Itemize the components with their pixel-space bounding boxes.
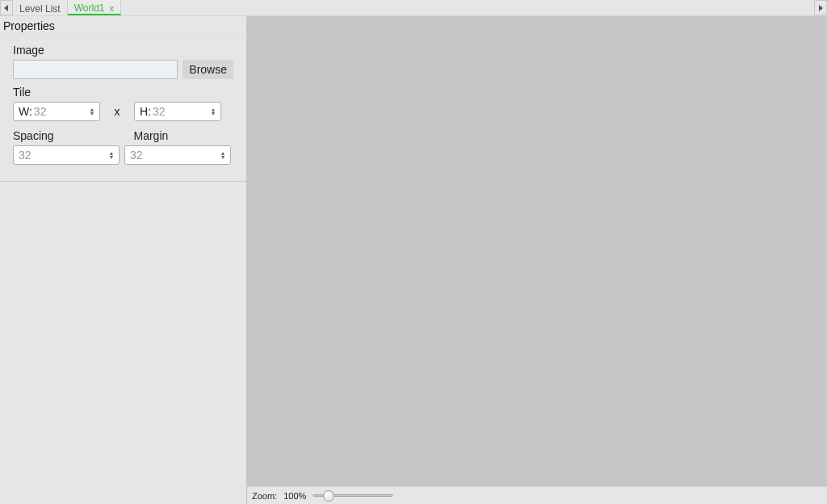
tile-height-value: 32	[153, 105, 209, 118]
spacing-label: Spacing	[13, 129, 113, 142]
zoom-slider[interactable]	[313, 494, 393, 497]
tab-world1[interactable]: World1 x	[68, 0, 121, 15]
properties-panel-title: Properties	[0, 16, 246, 36]
spacing-stepper[interactable]: 32 ▲▼	[13, 145, 120, 165]
tile-width-value: 32	[34, 105, 88, 118]
svg-marker-0	[4, 5, 8, 11]
image-path-input[interactable]	[13, 60, 178, 79]
spacing-value: 32	[19, 149, 107, 162]
stepper-arrows-icon: ▲▼	[107, 151, 115, 159]
tile-height-stepper[interactable]: H: 32 ▲▼	[134, 102, 221, 121]
tab-label: World1	[74, 2, 105, 14]
sidebar: Properties Image Browse Tile W: 32 ▲▼ x …	[0, 16, 246, 504]
spacing-margin-row: 32 ▲▼ 32 ▲▼	[13, 145, 233, 165]
main-area: Properties Image Browse Tile W: 32 ▲▼ x …	[0, 16, 827, 504]
image-row: Browse	[13, 60, 233, 79]
properties-panel: Image Browse Tile W: 32 ▲▼ x H: 32 ▲▼	[0, 36, 246, 182]
tab-level-list[interactable]: Level List	[13, 0, 68, 15]
tile-width-prefix: W:	[19, 105, 32, 118]
canvas-column: Zoom:100%	[246, 16, 827, 504]
tile-label: Tile	[13, 86, 233, 99]
chevron-left-icon	[4, 5, 9, 11]
svg-marker-1	[819, 5, 823, 11]
tab-scroll-left[interactable]	[0, 0, 13, 15]
tile-separator: x	[105, 105, 129, 118]
browse-button[interactable]: Browse	[183, 60, 233, 79]
stepper-arrows-icon: ▲▼	[219, 151, 227, 159]
margin-label: Margin	[134, 129, 234, 142]
margin-value: 32	[130, 149, 219, 162]
tab-close-button[interactable]: x	[110, 3, 115, 13]
zoom-label: Zoom:	[252, 491, 277, 501]
tile-width-stepper[interactable]: W: 32 ▲▼	[13, 102, 100, 121]
tab-label: Level List	[19, 3, 61, 15]
spacing-margin-labels: Spacing Margin	[13, 129, 233, 142]
tab-strip: Level List World1 x	[0, 0, 827, 16]
canvas-statusbar: Zoom:100%	[247, 486, 827, 504]
tab-scroll-right[interactable]	[814, 0, 827, 15]
zoom-value: 100%	[283, 491, 306, 501]
tile-height-prefix: H:	[140, 105, 151, 118]
stepper-arrows-icon: ▲▼	[88, 107, 96, 116]
sidebar-lower-panel	[0, 182, 246, 504]
image-label: Image	[13, 44, 233, 57]
tile-row: W: 32 ▲▼ x H: 32 ▲▼	[13, 102, 233, 121]
chevron-right-icon	[818, 5, 823, 11]
margin-stepper[interactable]: 32 ▲▼	[124, 145, 231, 165]
stepper-arrows-icon: ▲▼	[209, 107, 217, 116]
zoom-slider-thumb[interactable]	[323, 490, 334, 502]
tile-canvas[interactable]	[247, 16, 827, 486]
